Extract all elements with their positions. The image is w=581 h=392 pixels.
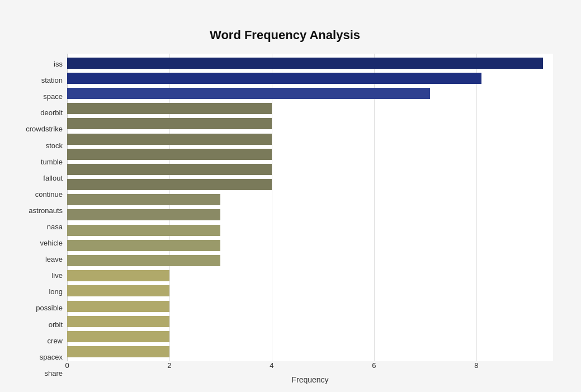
bar-row [67, 179, 553, 190]
y-label: nasa [47, 223, 63, 230]
bar-row [67, 225, 553, 236]
y-label: astronauts [29, 207, 63, 214]
bar [67, 346, 169, 357]
bar-row [67, 58, 553, 69]
bar [67, 270, 169, 281]
bar [67, 179, 272, 190]
y-label: leave [45, 256, 63, 263]
bar [67, 301, 169, 312]
bar-row [67, 134, 553, 145]
bar-row [67, 255, 553, 266]
bar [67, 164, 272, 175]
y-label: orbit [49, 321, 63, 328]
plot-background [67, 54, 553, 361]
bar-row [67, 209, 553, 220]
y-label: space [43, 93, 63, 100]
bar [67, 316, 169, 327]
bar-row [67, 164, 553, 175]
bar-row [67, 194, 553, 205]
y-label: spacex [40, 353, 63, 361]
y-label: fallout [43, 174, 63, 182]
bar [67, 209, 220, 220]
x-axis: 02468 Frequency [67, 361, 553, 384]
bar [67, 149, 272, 160]
bar [67, 134, 272, 145]
bar [67, 331, 169, 342]
bar-row [67, 103, 553, 114]
x-tick-label: 4 [270, 361, 273, 370]
x-tick-label: 8 [474, 361, 478, 370]
bar-row [67, 331, 553, 342]
y-label: stock [46, 142, 63, 149]
y-label: deorbit [40, 109, 63, 116]
bar [67, 88, 430, 99]
bar [67, 255, 220, 266]
bar-row [67, 88, 553, 99]
bar [67, 285, 169, 296]
bar-row [67, 240, 553, 251]
y-label: tumble [41, 158, 63, 166]
chart-wrapper: Word Frequency Analysis issstationspaced… [11, 11, 570, 392]
bar-row [67, 316, 553, 327]
bar-row [67, 149, 553, 160]
bar-row [67, 301, 553, 312]
bar [67, 118, 272, 129]
bar-row [67, 118, 553, 129]
bar [67, 194, 220, 205]
y-label: continue [35, 191, 63, 198]
x-tick-label: 2 [167, 361, 171, 370]
y-label: vehicle [40, 239, 63, 247]
bar-row [67, 285, 553, 296]
y-label: possible [36, 304, 63, 311]
y-label: crew [48, 337, 63, 344]
bar-row [67, 270, 553, 281]
y-label: share [44, 370, 63, 377]
bar [67, 73, 481, 84]
bar [67, 103, 272, 114]
bar [67, 240, 220, 251]
x-tick-label: 0 [65, 361, 69, 370]
x-axis-label: Frequency [67, 375, 553, 384]
y-axis: issstationspacedeorbitcrowdstrikestocktu… [17, 54, 67, 384]
x-tick-label: 6 [372, 361, 376, 370]
y-label: crowdstrike [26, 125, 63, 133]
bar [67, 225, 220, 236]
bar-row [67, 346, 553, 357]
bar-row [67, 73, 553, 84]
chart-title: Word Frequency Analysis [17, 28, 553, 42]
y-label: station [41, 77, 63, 84]
bar [67, 58, 543, 69]
y-label: live [51, 272, 63, 279]
y-label: long [49, 288, 63, 295]
y-label: iss [54, 60, 63, 68]
